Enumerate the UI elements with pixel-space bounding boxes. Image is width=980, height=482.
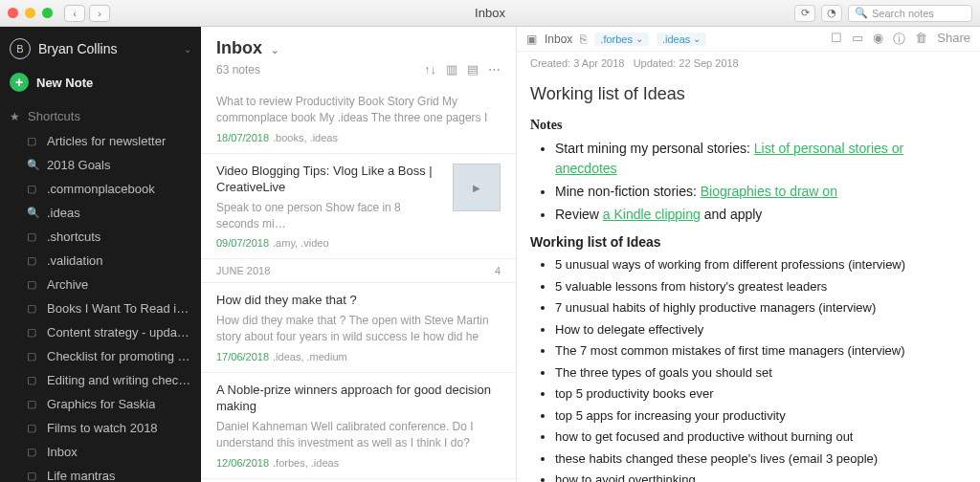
new-note-button[interactable]: + New Note — [10, 73, 191, 92]
note-item-title: Video Blogging Tips: Vlog Like a Boss | … — [216, 164, 443, 196]
info-icon[interactable]: ⓘ — [893, 31, 905, 48]
section-header: Notes — [530, 118, 967, 133]
note-icon: ▢ — [27, 446, 39, 458]
notebook-icon: ▣ — [526, 33, 537, 46]
sidebar-item[interactable]: ▢Life mantras — [0, 464, 201, 482]
sidebar-item[interactable]: ▢Films to watch 2018 — [0, 416, 201, 440]
note-link[interactable]: Biographies to draw on — [701, 184, 837, 199]
search-icon: 🔍 — [27, 159, 39, 171]
note-icon: ▢ — [27, 302, 39, 315]
search-placeholder: Search notes — [872, 8, 934, 19]
sort-icon[interactable]: ↑↓ — [424, 62, 436, 77]
note-item-tags: .amy, .video — [273, 237, 329, 249]
search-icon: 🔍 — [27, 207, 39, 219]
note-item[interactable]: A Noble-prize winners approach for good … — [201, 373, 516, 479]
more-icon[interactable]: ⋯ — [488, 62, 501, 77]
sidebar-item[interactable]: ▢Graphics for Saskia — [0, 392, 201, 416]
note-item[interactable]: What to review Productivity Book Story G… — [201, 84, 516, 154]
list-item: The three types of goals you should set — [555, 363, 967, 383]
sidebar-item-label: Articles for newsletter — [47, 134, 166, 148]
list-item: top 5 apps for increasing your productiv… — [555, 406, 967, 426]
note-icon: ▢ — [27, 278, 39, 291]
sidebar-item[interactable]: ▢Checklist for promoting new blo… — [0, 344, 201, 368]
traffic-lights — [8, 8, 53, 18]
sidebar-item[interactable]: 🔍.ideas — [0, 201, 201, 225]
sidebar-item[interactable]: ▢Editing and writing checklist for… — [0, 368, 201, 392]
view-card-icon[interactable]: ▤ — [467, 62, 479, 77]
minimize-window-icon[interactable] — [25, 8, 35, 18]
shortcuts-header[interactable]: ★ Shortcuts — [0, 103, 201, 129]
sidebar-item-label: .ideas — [47, 206, 80, 220]
list-item: how to get focused and productive withou… — [555, 427, 967, 447]
note-item-date: 09/07/2018 — [216, 237, 269, 249]
sidebar-item[interactable]: ▢Content strategy - updated Marc… — [0, 320, 201, 344]
list-item: The 7 most common mistakes of first time… — [555, 341, 967, 361]
sidebar-item-label: Inbox — [47, 445, 78, 459]
reminder-icon[interactable]: ☐ — [831, 31, 842, 48]
note-item-date: 17/06/2018 — [216, 351, 269, 362]
sidebar-item-label: Books I Want To Read in 2018 — [47, 301, 191, 316]
sidebar-item-label: Archive — [47, 277, 88, 292]
present-icon[interactable]: ▭ — [852, 31, 863, 48]
tag-icon: ⎘ — [580, 33, 587, 46]
activity-icon[interactable]: ◔ — [821, 5, 842, 22]
breadcrumb-notebook[interactable]: Inbox — [545, 33, 572, 46]
sidebar-item[interactable]: ▢Articles for newsletter — [0, 129, 201, 153]
avatar-icon: B — [10, 38, 31, 59]
note-icon: ▢ — [27, 326, 39, 339]
trash-icon[interactable]: 🗑 — [915, 31, 927, 48]
sidebar-item[interactable]: ▢Books I Want To Read in 2018 — [0, 296, 201, 320]
editor-toolbar: ▣ Inbox ⎘ .forbes⌄ .ideas⌄ ☐ ▭ ◉ ⓘ 🗑 Sha… — [517, 27, 980, 52]
note-item[interactable]: How did they make that ?How did they mak… — [201, 283, 516, 373]
section-header: Working list of Ideas — [530, 234, 967, 250]
sidebar-item-label: Editing and writing checklist for… — [47, 373, 191, 387]
back-button[interactable]: ‹ — [64, 5, 85, 22]
tag-pill[interactable]: .ideas⌄ — [657, 33, 706, 46]
note-icon: ▢ — [27, 254, 39, 267]
window-title: Inbox — [475, 6, 505, 20]
note-item-date: 18/07/2018 — [216, 132, 269, 143]
note-item-tags: .ideas, .medium — [273, 351, 347, 362]
list-item: 7 unusual habits of highly productive ma… — [555, 298, 967, 318]
notelist-title[interactable]: Inbox ⌄ — [216, 38, 278, 58]
note-thumbnail: ▶ — [453, 164, 501, 211]
list-item: Review a Kindle clipping and apply — [555, 205, 967, 225]
view-list-icon[interactable]: ▥ — [446, 62, 457, 77]
chevron-down-icon: ⌄ — [184, 44, 191, 55]
sidebar-item[interactable]: ▢.commonplacebook — [0, 177, 201, 201]
note-item-tags: .forbes, .ideas — [273, 457, 339, 469]
search-input[interactable]: 🔍 Search notes — [848, 5, 972, 22]
sidebar-item[interactable]: 🔍2018 Goals — [0, 153, 201, 177]
forward-button[interactable]: › — [89, 5, 110, 22]
note-icon: ▢ — [27, 422, 39, 434]
note-item-snippet: Speak to one person Show face in 8 secon… — [216, 200, 443, 232]
share-button[interactable]: Share — [937, 31, 970, 48]
sidebar-item[interactable]: ▢.validation — [0, 249, 201, 273]
sync-icon[interactable]: ⟳ — [794, 5, 815, 22]
profile-row[interactable]: B Bryan Collins ⌄ — [0, 27, 201, 69]
sidebar-item[interactable]: ▢Inbox — [0, 440, 201, 464]
note-item[interactable]: Video Blogging Tips: Vlog Like a Boss | … — [201, 154, 516, 259]
titlebar: ‹ › Inbox ⟳ ◔ 🔍 Search notes — [0, 0, 980, 27]
annotate-icon[interactable]: ◉ — [873, 31, 883, 48]
tag-pill[interactable]: .forbes⌄ — [594, 33, 649, 46]
note-icon: ▢ — [27, 183, 39, 195]
note-link[interactable]: a Kindle clipping — [603, 207, 701, 222]
sidebar-item[interactable]: ▢Archive — [0, 273, 201, 296]
sidebar-item[interactable]: ▢.shortcuts — [0, 225, 201, 249]
chevron-down-icon: ⌄ — [271, 45, 278, 55]
star-icon: ★ — [10, 110, 20, 123]
note-item-snippet: What to review Productivity Book Story G… — [216, 94, 501, 126]
note-item-title: A Noble-prize winners approach for good … — [216, 383, 501, 415]
list-item: 5 unusual ways of working from different… — [555, 255, 967, 274]
list-item: how to avoid overthinking — [555, 471, 967, 482]
note-link[interactable]: List of personal stories or anecdotes — [555, 141, 903, 176]
note-count: 63 notes — [216, 63, 424, 77]
note-title: Working list of Ideas — [530, 84, 967, 104]
sidebar-item-label: Checklist for promoting new blo… — [47, 349, 191, 363]
note-body[interactable]: Working list of Ideas Notes Start mining… — [517, 75, 980, 482]
note-item-snippet: Daniel Kahneman Well calibrated conferen… — [216, 419, 501, 451]
note-item-snippet: How did they make that ? The open with S… — [216, 313, 501, 345]
close-window-icon[interactable] — [8, 8, 18, 18]
maximize-window-icon[interactable] — [42, 8, 53, 18]
